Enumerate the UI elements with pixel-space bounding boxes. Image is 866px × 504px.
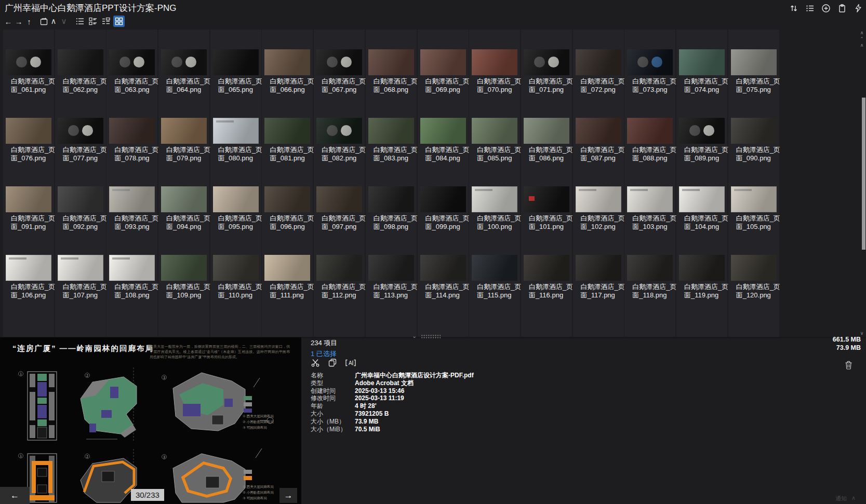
add-circle-icon[interactable] xyxy=(821,4,831,13)
cut-icon[interactable] xyxy=(311,358,320,370)
file-item[interactable]: 白鹅潭酒店_页面_073.png xyxy=(624,30,675,98)
file-item[interactable]: 白鹅潭酒店_页面_097.png xyxy=(314,167,365,235)
file-item[interactable]: 白鹅潭酒店_页面_062.png xyxy=(55,30,106,98)
file-item-partial[interactable] xyxy=(676,304,727,337)
file-item[interactable]: 白鹅潭酒店_页面_101.png xyxy=(521,167,572,235)
collapse-down-icon[interactable]: ∨ xyxy=(59,17,69,26)
clipboard-icon[interactable] xyxy=(837,4,847,13)
file-item-partial[interactable] xyxy=(314,304,365,337)
file-item-partial[interactable] xyxy=(158,304,209,337)
prev-page-icon[interactable]: ← xyxy=(0,487,30,504)
file-item[interactable]: 白鹅潭酒店_页面_064.png xyxy=(158,30,209,98)
file-item[interactable]: 白鹅潭酒店_页面_108.png xyxy=(106,235,157,304)
file-item[interactable]: 白鹅潭酒店_页面_105.png xyxy=(728,167,779,235)
file-item[interactable]: 白鹅潭酒店_页面_104.png xyxy=(676,167,727,235)
view-tiles-icon[interactable] xyxy=(87,16,99,27)
view-options-icon[interactable] xyxy=(805,4,815,13)
folder-up-icon[interactable] xyxy=(39,17,48,26)
next-page-icon[interactable]: → xyxy=(279,488,297,503)
file-item[interactable]: 白鹅潭酒店_页面_102.png xyxy=(573,167,624,235)
collapse-up-icon[interactable]: ∧ xyxy=(48,17,59,26)
file-item[interactable]: 白鹅潭酒店_页面_112.png xyxy=(314,235,365,304)
file-item[interactable]: 白鹅潭酒店_页面_111.png xyxy=(262,235,313,304)
file-item[interactable]: 白鹅潭酒店_页面_087.png xyxy=(573,98,624,167)
file-item[interactable]: 白鹅潭酒店_页面_085.png xyxy=(469,98,520,167)
file-item[interactable]: 白鹅潭酒店_页面_117.png xyxy=(573,235,624,304)
file-item[interactable]: 白鹅潭酒店_页面_079.png xyxy=(158,98,209,167)
file-item[interactable]: 白鹅潭酒店_页面_065.png xyxy=(210,30,261,98)
flash-icon[interactable] xyxy=(854,4,863,13)
file-item[interactable]: 白鹅潭酒店_页面_067.png xyxy=(314,30,365,98)
back-arrow-icon[interactable]: ← xyxy=(3,17,14,26)
file-item[interactable]: 白鹅潭酒店_页面_074.png xyxy=(676,30,727,98)
file-item[interactable]: 白鹅潭酒店_页面_095.png xyxy=(210,167,261,235)
file-item-partial[interactable] xyxy=(210,304,261,337)
rename-icon[interactable]: A xyxy=(345,358,356,370)
file-item[interactable]: 白鹅潭酒店_页面_072.png xyxy=(573,30,624,98)
file-item[interactable]: 白鹅潭酒店_页面_086.png xyxy=(521,98,572,167)
file-item-partial[interactable] xyxy=(366,304,417,337)
file-item[interactable]: 白鹅潭酒店_页面_106.png xyxy=(3,235,54,304)
file-item[interactable]: 白鹅潭酒店_页面_083.png xyxy=(366,98,417,167)
file-item-partial[interactable] xyxy=(262,304,313,337)
file-item[interactable]: 白鹅潭酒店_页面_063.png xyxy=(106,30,157,98)
view-content-icon[interactable] xyxy=(100,16,112,27)
file-item[interactable]: 白鹅潭酒店_页面_094.png xyxy=(158,167,209,235)
forward-arrow-icon[interactable]: → xyxy=(14,17,24,26)
file-item[interactable]: 白鹅潭酒店_页面_093.png xyxy=(106,167,157,235)
file-item[interactable]: 白鹅潭酒店_页面_061.png xyxy=(3,30,54,98)
copy-icon[interactable] xyxy=(328,358,337,370)
file-item[interactable]: 白鹅潭酒店_页面_081.png xyxy=(262,98,313,167)
file-item[interactable]: 白鹅潭酒店_页面_099.png xyxy=(418,167,469,235)
file-item[interactable]: 白鹅潭酒店_页面_071.png xyxy=(521,30,572,98)
file-item[interactable]: 白鹅潭酒店_页面_113.png xyxy=(366,235,417,304)
view-list-icon[interactable] xyxy=(74,16,86,27)
vertical-scrollbar[interactable]: ∧ ⌃ ∧ ∨ xyxy=(861,30,865,337)
file-item[interactable]: 白鹅潭酒店_页面_098.png xyxy=(366,167,417,235)
file-item[interactable]: 白鹅潭酒店_页面_078.png xyxy=(106,98,157,167)
file-item[interactable]: 白鹅潭酒店_页面_096.png xyxy=(262,167,313,235)
file-item[interactable]: 白鹅潭酒店_页面_090.png xyxy=(728,98,779,167)
file-item[interactable]: 白鹅潭酒店_页面_070.png xyxy=(469,30,520,98)
sort-icon[interactable] xyxy=(789,4,798,13)
file-item[interactable]: 白鹅潭酒店_页面_110.png xyxy=(210,235,261,304)
file-item[interactable]: 白鹅潭酒店_页面_088.png xyxy=(624,98,675,167)
file-item[interactable]: 白鹅潭酒店_页面_076.png xyxy=(3,98,54,167)
file-item[interactable]: 白鹅潭酒店_页面_107.png xyxy=(55,235,106,304)
file-item[interactable]: 白鹅潭酒店_页面_082.png xyxy=(314,98,365,167)
file-item[interactable]: 白鹅潭酒店_页面_091.png xyxy=(3,167,54,235)
file-item[interactable]: 白鹅潭酒店_页面_120.png xyxy=(728,235,779,304)
file-item[interactable]: 白鹅潭酒店_页面_092.png xyxy=(55,167,106,235)
file-item[interactable]: 白鹅潭酒店_页面_100.png xyxy=(469,167,520,235)
up-arrow-icon[interactable]: ↑ xyxy=(24,17,34,26)
file-item[interactable]: 白鹅潭酒店_页面_075.png xyxy=(728,30,779,98)
file-item[interactable]: 白鹅潭酒店_页面_068.png xyxy=(366,30,417,98)
file-item-partial[interactable] xyxy=(106,304,157,337)
file-item-partial[interactable] xyxy=(3,304,54,337)
file-thumbnail xyxy=(679,186,725,212)
file-item[interactable]: 白鹅潭酒店_页面_077.png xyxy=(55,98,106,167)
file-item[interactable]: 白鹅潭酒店_页面_080.png xyxy=(210,98,261,167)
file-item[interactable]: 白鹅潭酒店_页面_115.png xyxy=(469,235,520,304)
file-item-partial[interactable] xyxy=(469,304,520,337)
preview-pane[interactable]: 123 123 xyxy=(0,337,301,504)
file-item[interactable]: 白鹅潭酒店_页面_119.png xyxy=(676,235,727,304)
file-item[interactable]: 白鹅潭酒店_页面_069.png xyxy=(418,30,469,98)
file-item-partial[interactable] xyxy=(573,304,624,337)
file-item[interactable]: 白鹅潭酒店_页面_084.png xyxy=(418,98,469,167)
file-item[interactable]: 白鹅潭酒店_页面_114.png xyxy=(418,235,469,304)
file-item[interactable]: 白鹅潭酒店_页面_116.png xyxy=(521,235,572,304)
file-item-partial[interactable] xyxy=(521,304,572,337)
notification-toggle[interactable]: 通知 ∧ xyxy=(835,495,856,502)
scrollbar-thumb[interactable] xyxy=(862,98,865,250)
file-item[interactable]: 白鹅潭酒店_页面_089.png xyxy=(676,98,727,167)
trash-icon[interactable] xyxy=(844,360,854,372)
view-grid-icon[interactable] xyxy=(113,16,125,27)
file-item[interactable]: 白鹅潭酒店_页面_103.png xyxy=(624,167,675,235)
file-item[interactable]: 白鹅潭酒店_页面_109.png xyxy=(158,235,209,304)
file-item[interactable]: 白鹅潭酒店_页面_118.png xyxy=(624,235,675,304)
file-item-partial[interactable] xyxy=(624,304,675,337)
file-item-partial[interactable] xyxy=(55,304,106,337)
file-item[interactable]: 白鹅潭酒店_页面_066.png xyxy=(262,30,313,98)
file-item-partial[interactable] xyxy=(728,304,779,337)
